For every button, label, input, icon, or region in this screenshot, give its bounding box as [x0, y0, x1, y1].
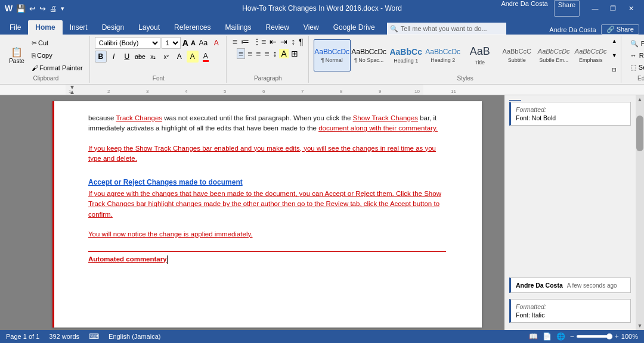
- style-heading1-preview: AaBbCc: [389, 47, 422, 57]
- italic-button[interactable]: I: [108, 51, 120, 63]
- tab-google-drive[interactable]: Google Drive: [326, 20, 382, 35]
- tab-insert[interactable]: Insert: [63, 20, 95, 35]
- text-effects-button[interactable]: A: [174, 51, 185, 63]
- track-changes-link[interactable]: Track Changes: [116, 114, 162, 121]
- close-button[interactable]: ✕: [623, 0, 639, 17]
- zoom-in-button[interactable]: +: [615, 332, 619, 341]
- increase-indent-button[interactable]: ⇥: [279, 37, 289, 46]
- style-title[interactable]: AaB Title: [462, 39, 499, 71]
- zoom-slider[interactable]: [577, 335, 612, 338]
- print-layout-icon[interactable]: 📄: [543, 332, 552, 341]
- document-link[interactable]: document along with their commentary.: [318, 124, 438, 132]
- tab-mailings[interactable]: Mailings: [218, 20, 258, 35]
- cut-button[interactable]: ✂ Cut: [29, 37, 86, 49]
- replace-button[interactable]: ↔ Replace: [626, 50, 644, 61]
- language-icon: ⌨: [89, 332, 99, 341]
- sort-button[interactable]: ↕: [290, 37, 296, 46]
- tab-file[interactable]: File: [2, 20, 28, 35]
- style-heading1[interactable]: AaBbCc Heading 1: [388, 39, 425, 71]
- multilevel-list-button[interactable]: ⋮≡: [252, 37, 267, 46]
- change-case-button[interactable]: Aa: [197, 37, 209, 49]
- style-heading2[interactable]: AaBbCcDc Heading 2: [425, 39, 462, 71]
- tab-references[interactable]: References: [167, 20, 218, 35]
- show-track-changes-link-1[interactable]: Show Track Changes: [353, 114, 418, 121]
- read-mode-icon[interactable]: 📖: [529, 332, 538, 341]
- para3-link2[interactable]: tab, click the: [348, 200, 390, 207]
- select-button[interactable]: ⬚ Select ▾: [626, 62, 644, 73]
- show-formatting-button[interactable]: ¶: [298, 37, 305, 46]
- para2-link[interactable]: If you keep the Show Track Changes bar e…: [88, 145, 436, 162]
- tab-home[interactable]: Home: [28, 20, 62, 35]
- accept-link[interactable]: Accept: [390, 200, 411, 207]
- style-normal[interactable]: AaBbCcDc ¶ Normal: [314, 39, 351, 71]
- copy-button[interactable]: ⎘ Copy: [29, 49, 86, 61]
- zoom-out-button[interactable]: −: [570, 332, 574, 341]
- document[interactable]: because Track Changes was not executed u…: [52, 101, 482, 328]
- save-icon[interactable]: 💾: [16, 4, 26, 13]
- tab-layout[interactable]: Layout: [131, 20, 167, 35]
- borders-button[interactable]: ⊞: [290, 49, 299, 58]
- format-painter-button[interactable]: 🖌 Format Painter: [29, 62, 86, 74]
- redo-icon[interactable]: ↪: [39, 4, 46, 13]
- text-cursor: [167, 255, 168, 264]
- scroll-up-arrow[interactable]: ▲: [636, 95, 644, 104]
- clipboard-group-content: 📋 Paste ✂ Cut ⎘ Copy 🖌 Format Painter: [6, 37, 86, 74]
- ribbon-search-box[interactable]: 🔍 Tell me what you want to do...: [387, 23, 506, 35]
- justify-button[interactable]: ≡: [263, 49, 270, 58]
- tab-view[interactable]: View: [296, 20, 326, 35]
- tab-design[interactable]: Design: [95, 20, 131, 35]
- search-input[interactable]: Tell me what you want to do...: [401, 25, 487, 32]
- zoom-level: 100%: [621, 333, 638, 340]
- increase-font-button[interactable]: A: [182, 38, 189, 48]
- style-subtle-emphasis[interactable]: AaBbCcDc Subtle Em...: [535, 39, 572, 71]
- styles-more[interactable]: ⊡: [612, 67, 617, 73]
- find-button[interactable]: 🔍 Find ▾: [626, 38, 644, 49]
- heading-accept-reject: Accept or Reject Changes made to documen…: [88, 178, 446, 186]
- align-center-button[interactable]: ≡: [246, 49, 253, 58]
- document-area[interactable]: because Track Changes was not executed u…: [30, 95, 504, 330]
- align-right-button[interactable]: ≡: [255, 49, 262, 58]
- review-link[interactable]: Review: [326, 200, 349, 207]
- font-name-select[interactable]: Calibri (Body): [95, 37, 160, 49]
- svg-text:9: 9: [379, 89, 382, 94]
- style-no-spacing[interactable]: AaBbCcDc ¶ No Spac...: [351, 39, 388, 71]
- print-icon[interactable]: 🖨: [49, 4, 57, 13]
- scrollbar-thumb[interactable]: [636, 116, 643, 151]
- restore-button[interactable]: ❐: [605, 0, 621, 17]
- strikethrough-button[interactable]: abc: [134, 51, 146, 63]
- user-account[interactable]: Andre Da Costa: [549, 26, 596, 33]
- paste-button[interactable]: 📋 Paste: [6, 45, 27, 66]
- editing-buttons: 🔍 Find ▾ ↔ Replace ⬚ Select ▾: [626, 38, 644, 73]
- style-subtle-emphasis-preview: AaBbCcDc: [538, 48, 570, 55]
- share-ribbon-button[interactable]: 🔗 Share: [601, 24, 639, 35]
- undo-icon[interactable]: ↩: [29, 4, 36, 13]
- line-spacing-button[interactable]: ↕: [271, 49, 278, 58]
- clear-format-button[interactable]: A: [210, 37, 222, 49]
- bold-button[interactable]: B: [95, 51, 107, 63]
- web-layout-icon[interactable]: 🌐: [556, 332, 565, 341]
- style-emphasis[interactable]: AaBbCcDc Emphasis: [572, 39, 609, 71]
- tab-review[interactable]: Review: [258, 20, 296, 35]
- highlight-color-button[interactable]: A: [187, 51, 199, 63]
- scroll-down-arrow[interactable]: ▼: [636, 322, 644, 330]
- shading-button[interactable]: A: [279, 49, 288, 58]
- subscript-button[interactable]: x₂: [147, 51, 159, 63]
- style-subtitle[interactable]: AaBbCcC Subtitle: [499, 39, 535, 71]
- paragraph-5[interactable]: Automated commentary: [88, 254, 446, 264]
- styles-scroll-down[interactable]: ▼: [612, 52, 617, 58]
- share-button[interactable]: Share: [554, 0, 580, 17]
- underline-button[interactable]: U: [121, 51, 133, 63]
- vertical-scrollbar[interactable]: ▲ ▼: [636, 95, 644, 330]
- superscript-button[interactable]: x²: [160, 51, 172, 63]
- styles-scroll-up[interactable]: ▲: [612, 38, 617, 44]
- font-color-button[interactable]: A: [200, 51, 212, 63]
- numbering-button[interactable]: ≔: [240, 37, 250, 46]
- customize-icon[interactable]: ▾: [61, 5, 64, 13]
- decrease-font-button[interactable]: A: [190, 39, 196, 46]
- bullets-button[interactable]: ≡: [231, 37, 239, 46]
- para4-link[interactable]: You will now notice the change is applie…: [88, 230, 253, 238]
- minimize-button[interactable]: —: [587, 0, 603, 17]
- align-left-button[interactable]: ≡: [237, 48, 245, 59]
- decrease-indent-button[interactable]: ⇤: [268, 37, 278, 46]
- font-size-select[interactable]: 11: [162, 37, 181, 49]
